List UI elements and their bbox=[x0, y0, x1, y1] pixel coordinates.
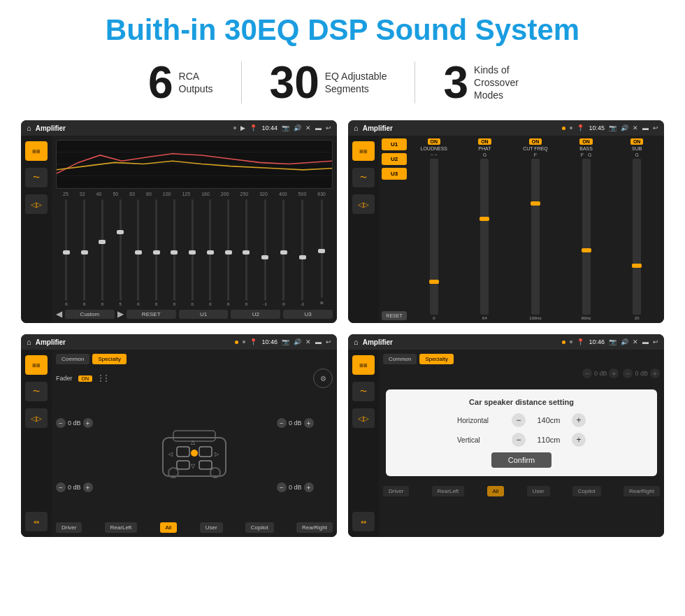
dsp-title: Amplifier bbox=[363, 124, 558, 132]
fader-on-btn[interactable]: ON bbox=[78, 375, 93, 382]
ch3-minus[interactable]: − bbox=[277, 418, 287, 428]
ch4-minus[interactable]: − bbox=[277, 482, 287, 492]
distance-volume-icon: 🔊 bbox=[621, 338, 628, 345]
dsp-cutfreq-label: CUT FREQ bbox=[523, 146, 548, 151]
svg-rect-9 bbox=[177, 461, 189, 469]
eq-track-5[interactable] bbox=[137, 199, 139, 301]
ch1-minus[interactable]: − bbox=[56, 418, 66, 428]
crossover-back-icon: ↩ bbox=[326, 338, 331, 345]
dsp-sidebar-wave-btn[interactable]: 〜 bbox=[352, 168, 375, 187]
eq-track-9[interactable] bbox=[209, 199, 211, 301]
dsp-u3-btn[interactable]: U3 bbox=[382, 168, 407, 180]
dsp-reset-btn[interactable]: RESET bbox=[382, 311, 407, 320]
dsp-cutfreq-on[interactable]: ON bbox=[529, 138, 542, 145]
eq-track-15[interactable] bbox=[321, 199, 323, 298]
user-btn[interactable]: User bbox=[200, 522, 223, 533]
crossover-title: Amplifier bbox=[36, 338, 231, 346]
ch3-plus[interactable]: + bbox=[304, 418, 314, 428]
dsp-bass-slider[interactable] bbox=[582, 159, 591, 315]
eq-label-320: 320 bbox=[259, 192, 268, 196]
eq-track-4[interactable] bbox=[120, 199, 122, 301]
dsp-u2-btn[interactable]: U2 bbox=[382, 153, 407, 165]
copilot-btn[interactable]: Copilot bbox=[245, 522, 274, 533]
vertical-value: 110cm bbox=[531, 436, 566, 444]
vertical-row: Vertical − 110cm + bbox=[394, 433, 649, 447]
dist-tab-common[interactable]: Common bbox=[383, 354, 417, 364]
dsp-sub-on[interactable]: ON bbox=[630, 138, 644, 145]
eq-reset-btn[interactable]: RESET bbox=[127, 310, 176, 319]
distance-location-icon: 📍 bbox=[577, 338, 584, 345]
dist-copilot-btn[interactable]: Copilot bbox=[572, 486, 601, 496]
distance-sidebar-arr-btn[interactable]: ⇔ bbox=[352, 512, 375, 531]
eq-sidebar-vol-btn[interactable]: ◁▷ bbox=[25, 194, 48, 214]
dsp-sub-slider[interactable] bbox=[633, 159, 641, 315]
eq-track-11[interactable] bbox=[245, 199, 247, 301]
eq-track-13[interactable] bbox=[282, 199, 284, 301]
driver-btn[interactable]: Driver bbox=[56, 522, 82, 533]
eq-track-1[interactable] bbox=[65, 199, 67, 301]
dsp-dot bbox=[562, 127, 565, 130]
ch2-minus[interactable]: − bbox=[56, 482, 66, 492]
eq-track-8[interactable] bbox=[192, 199, 194, 301]
crossover-topbar: ⌂ Amplifier 📍 10:46 📷 🔊 ✕ ▬ ↩ bbox=[21, 334, 337, 350]
dist-all-btn[interactable]: All bbox=[487, 486, 505, 496]
dsp-loudness-on[interactable]: ON bbox=[428, 138, 441, 145]
eq-track-14[interactable] bbox=[301, 199, 303, 301]
dist-driver-btn[interactable]: Driver bbox=[383, 486, 409, 496]
dsp-bass-on[interactable]: ON bbox=[579, 138, 593, 145]
dsp-phat-on[interactable]: ON bbox=[478, 138, 491, 145]
dist-tab-specialty[interactable]: Specialty bbox=[419, 354, 453, 364]
rearright-btn[interactable]: RearRight bbox=[296, 522, 333, 533]
ch4-plus[interactable]: + bbox=[304, 482, 314, 492]
dsp-sidebar: ≡≡ 〜 ◁▷ bbox=[348, 136, 379, 323]
confirm-btn[interactable]: Confirm bbox=[491, 452, 552, 468]
crossover-sidebar-wave-btn[interactable]: 〜 bbox=[25, 382, 48, 401]
eq-track-10[interactable] bbox=[227, 199, 229, 301]
crossover-sidebar-eq-btn[interactable]: ≡≡ bbox=[25, 355, 48, 375]
crossover-tab-common[interactable]: Common bbox=[56, 354, 89, 364]
crossover-tab-specialty[interactable]: Specialty bbox=[92, 354, 126, 364]
dist-rearleft-btn[interactable]: RearLeft bbox=[432, 486, 465, 496]
dist-bg-controls: − 0 dB + − 0 dB + bbox=[383, 368, 660, 378]
ch-control-4: − 0 dB + bbox=[277, 482, 333, 492]
distance-sidebar-wave-btn[interactable]: 〜 bbox=[352, 382, 375, 401]
settings-icon[interactable]: ⚙ bbox=[313, 368, 333, 388]
eq-u3-btn[interactable]: U3 bbox=[283, 310, 333, 319]
eq-play-btn[interactable]: ▶ bbox=[117, 309, 124, 319]
eq-track-7[interactable] bbox=[173, 199, 175, 301]
distance-sidebar-eq-btn[interactable]: ≡≡ bbox=[352, 355, 375, 375]
dist-rearright-btn[interactable]: RearRight bbox=[623, 486, 660, 496]
eq-custom-btn[interactable]: Custom bbox=[65, 310, 115, 319]
eq-u2-btn[interactable]: U2 bbox=[231, 310, 280, 319]
distance-sidebar-vol-btn[interactable]: ◁▷ bbox=[352, 408, 375, 428]
all-btn[interactable]: All bbox=[160, 522, 178, 533]
eq-sidebar-wave-btn[interactable]: 〜 bbox=[25, 168, 48, 187]
eq-sidebar-eq-btn[interactable]: ≡≡ bbox=[25, 141, 48, 161]
crossover-header: Fader ON ⫶⫶ ⚙ bbox=[56, 368, 333, 388]
rearleft-btn[interactable]: RearLeft bbox=[105, 522, 138, 533]
eq-track-3[interactable] bbox=[101, 199, 103, 301]
dsp-loudness-slider[interactable] bbox=[430, 159, 438, 315]
dsp-u1-btn[interactable]: U1 bbox=[382, 138, 407, 150]
vertical-plus-btn[interactable]: + bbox=[572, 433, 586, 447]
crossover-sidebar-arr-btn[interactable]: ⇔ bbox=[25, 512, 48, 531]
eq-u1-btn[interactable]: U1 bbox=[179, 310, 229, 319]
crossover-sidebar-vol-btn[interactable]: ◁▷ bbox=[25, 408, 48, 428]
eq-track-12[interactable] bbox=[264, 199, 266, 301]
horizontal-plus-btn[interactable]: + bbox=[572, 413, 586, 427]
eq-track-6[interactable] bbox=[155, 199, 157, 301]
dsp-close-icon: ✕ bbox=[633, 124, 638, 131]
eq-label-500: 500 bbox=[298, 192, 307, 196]
dsp-sidebar-vol-btn[interactable]: ◁▷ bbox=[352, 194, 375, 214]
eq-prev-btn[interactable]: ◀ bbox=[56, 309, 62, 319]
dsp-phat-slider[interactable] bbox=[480, 159, 489, 315]
ch1-plus[interactable]: + bbox=[83, 418, 93, 428]
eq-track-2[interactable] bbox=[83, 199, 85, 301]
dist-user-btn[interactable]: User bbox=[527, 486, 550, 496]
eq-slider-4: 5 bbox=[119, 199, 121, 306]
vertical-minus-btn[interactable]: − bbox=[512, 433, 526, 447]
dsp-cutfreq-slider[interactable] bbox=[531, 159, 540, 315]
ch2-plus[interactable]: + bbox=[83, 482, 93, 492]
dsp-sidebar-eq-btn[interactable]: ≡≡ bbox=[352, 141, 375, 161]
horizontal-minus-btn[interactable]: − bbox=[512, 413, 526, 427]
